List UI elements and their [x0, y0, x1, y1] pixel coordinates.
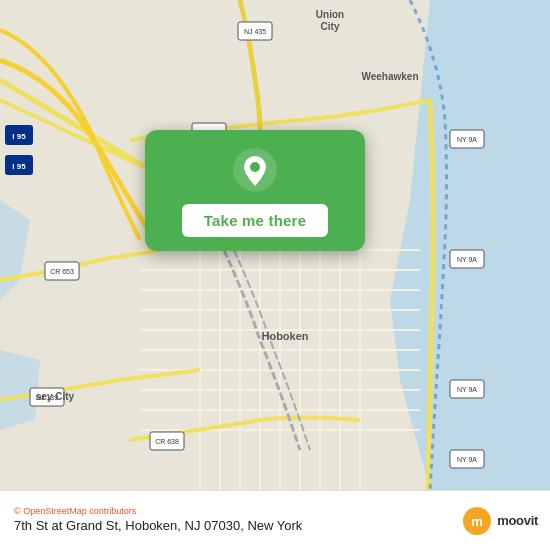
map-container[interactable]: I 95 I 95 NJ 435 CR 501 CR 653 NJ 139 CR…: [0, 0, 550, 490]
svg-text:I 95: I 95: [12, 162, 26, 171]
attribution-text: © OpenStreetMap contributors: [14, 506, 462, 516]
svg-text:m: m: [471, 514, 483, 529]
svg-text:Weehawken: Weehawken: [361, 71, 418, 82]
moovit-logo[interactable]: m moovit: [462, 506, 538, 536]
svg-text:NJ 435: NJ 435: [244, 28, 266, 35]
address-text: 7th St at Grand St, Hoboken, NJ 07030, N…: [14, 518, 462, 535]
svg-text:NY 9A: NY 9A: [457, 256, 477, 263]
info-left: © OpenStreetMap contributors 7th St at G…: [14, 506, 462, 535]
svg-text:NY 9A: NY 9A: [457, 386, 477, 393]
svg-text:Union: Union: [316, 9, 344, 20]
take-me-there-button[interactable]: Take me there: [182, 204, 328, 237]
popup-card: Take me there: [145, 130, 365, 251]
svg-text:NY 9A: NY 9A: [457, 456, 477, 463]
info-bar: © OpenStreetMap contributors 7th St at G…: [0, 490, 550, 550]
svg-text:sey City: sey City: [36, 391, 75, 402]
svg-text:CR 638: CR 638: [155, 438, 179, 445]
svg-text:CR 653: CR 653: [50, 268, 74, 275]
svg-text:City: City: [321, 21, 340, 32]
svg-point-53: [250, 162, 260, 172]
svg-text:Hoboken: Hoboken: [261, 330, 308, 342]
svg-text:NY 9A: NY 9A: [457, 136, 477, 143]
location-pin-icon: [233, 148, 277, 192]
moovit-icon: m: [462, 506, 492, 536]
moovit-text: moovit: [497, 513, 538, 528]
svg-text:I 95: I 95: [12, 132, 26, 141]
